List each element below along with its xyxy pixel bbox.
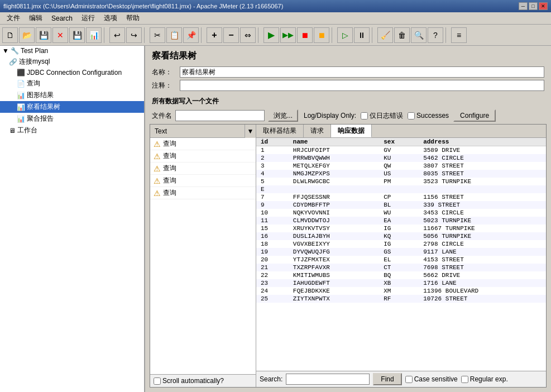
table-row[interactable]: 11CLMVDDWTOJEA5023 TURNPIKE [256,217,546,224]
tree-item-jdbc[interactable]: ⬛ JDBC Connection Configuration [0,68,144,78]
data-pane: 取样器结果 请求 响应数据 id name sex address [256,125,546,387]
list-item[interactable]: ⚠ 查询 [150,162,256,175]
tree-item-results[interactable]: 📊 察看结果树 [0,101,144,113]
toolbar-sep-2 [144,27,147,43]
warning-icon: ⚠ [154,176,161,185]
menu-file[interactable]: 文件 [2,12,25,24]
table-row[interactable]: 10NQKYVOVNNIWU3453 CIRCLE [256,209,546,217]
error-checkbox[interactable] [361,112,368,119]
menu-options[interactable]: 选项 [99,12,122,24]
list-item[interactable]: ⚠ 查询 [150,175,256,187]
report-button[interactable]: 📊 [86,27,102,43]
copy-button[interactable]: 📋 [166,27,182,43]
table-row[interactable]: 4NMGJMZPXPSUS8035 STREET [256,170,546,178]
run-all-button[interactable]: ▶▶ [280,27,296,43]
save-button[interactable]: 💾 [36,27,51,43]
clear-button[interactable]: 🧹 [377,27,393,43]
triangle-icon: ▼ [2,47,9,55]
table-row[interactable]: 22KMITIWMUBSBQ5662 DRIVE [256,271,546,279]
table-row[interactable]: 18VGVXBEIXYYIG2798 CIRCLE [256,240,546,248]
table-row[interactable]: 23IAHUGDEWFTXB1716 LANE [256,279,546,287]
case-sensitive-label[interactable]: Case sensitive [405,375,458,383]
new-button[interactable]: 🗋 [2,27,18,43]
browse-button[interactable]: 浏览... [268,109,298,122]
add-button[interactable]: + [207,27,222,43]
run-button[interactable]: ▶ [263,27,279,43]
search-input[interactable] [286,374,370,385]
successes-checkbox[interactable] [408,112,415,119]
table-row[interactable]: 2PRRWBVQWWHKU5462 CIRCLE [256,154,546,162]
menu-search[interactable]: Search [47,13,77,23]
table-row[interactable]: 21TXZRPFAVXRCT7698 STREET [256,264,546,271]
tree-item-chart[interactable]: 📊 图形结果 [0,89,144,101]
tree-item-testplan[interactable]: ▼ 🔧 Test Plan [0,46,144,56]
table-row[interactable]: 19DYVQWUQJFGGS9117 LANE [256,248,546,256]
tree-label-testplan: Test Plan [21,47,48,55]
table-row[interactable]: 3METQLXEFGYQW3807 STREET [256,162,546,170]
table-row[interactable]: 25ZIYTXNPWTXRF10726 STREET [256,295,546,303]
stop-button[interactable]: ⏹ [297,27,313,43]
comment-input[interactable] [180,80,544,91]
remove-button[interactable]: − [223,27,239,43]
table-row[interactable]: 20YTJZFMXTEXEL4153 STREET [256,256,546,264]
list-button[interactable]: ≡ [451,27,467,43]
tree-item-query[interactable]: 📄 查询 [0,78,144,89]
close-button[interactable]: ✕ [539,2,548,10]
list-dropdown-button[interactable]: ▼ [245,125,256,138]
expand-button[interactable]: ⇔ [240,27,256,43]
configure-button[interactable]: Configure [453,109,496,122]
successes-checkbox-label[interactable]: Successes [408,112,449,119]
list-item[interactable]: ⚠ 查询 [150,138,256,150]
file-input[interactable] [175,110,265,121]
data-content[interactable]: id name sex address 1HRJCUFOIPTGV3589 DR… [256,138,546,371]
redo-button[interactable]: ↪ [126,27,142,43]
stop2-button[interactable]: ⏹ [314,27,329,43]
menu-help[interactable]: 帮助 [122,12,144,24]
menu-run[interactable]: 运行 [77,12,99,24]
regex-checkbox[interactable] [461,376,468,383]
tab-row: 取样器结果 请求 响应数据 [256,125,546,138]
error-checkbox-label[interactable]: 仅日志错误 [361,111,403,121]
list-item[interactable]: ⚠ 查询 [150,187,256,199]
scroll-auto-checkbox[interactable] [154,377,161,385]
table-row[interactable]: 15XRUYKVTVSYIG11667 TURNPIKE [256,224,546,232]
table-row[interactable]: E [256,185,546,193]
table-row[interactable]: 5DLWLRWGCBCPM3523 TURNPIKE [256,178,546,185]
tree-label-results: 察看结果树 [27,102,60,112]
cut-button[interactable]: ✂ [150,27,165,43]
table-row[interactable]: 9CDYDMBFFTPBL339 STREET [256,201,546,209]
tree-label-workbench: 工作台 [17,126,37,135]
minimize-button[interactable]: ─ [519,2,528,10]
tree-item-aggregate[interactable]: 📊 聚合报告 [0,113,144,125]
stop-red-button[interactable]: ✕ [52,27,68,43]
paste-button[interactable]: 📌 [183,27,199,43]
tab-sampler-result[interactable]: 取样器结果 [256,125,304,137]
help-button[interactable]: ? [428,27,443,43]
name-input[interactable] [180,66,544,78]
case-sensitive-checkbox[interactable] [405,376,413,383]
right-panel: 察看结果树 名称： 注释： 所有数据写入一个文件 文件名 浏览... Log/D… [145,46,551,392]
section-all-data: 所有数据写入一个文件 [145,95,551,107]
search-button[interactable]: 🔍 [411,27,427,43]
tab-response-data[interactable]: 响应数据 [331,125,372,137]
menu-edit[interactable]: 编辑 [25,12,47,24]
find-button[interactable]: Find [373,373,401,385]
scroll-auto-label[interactable]: Scroll automatically? [154,377,224,385]
table-row[interactable]: 7FFJQSESSNRCP1156 STREET [256,193,546,201]
tab-request[interactable]: 请求 [304,125,331,137]
undo-button[interactable]: ↩ [109,27,125,43]
run2-button[interactable]: ▷ [337,27,353,43]
open-button[interactable]: 📂 [19,27,35,43]
list-content[interactable]: ⚠ 查询 ⚠ 查询 ⚠ 查询 ⚠ 查询 [150,138,256,374]
tree-item-workbench[interactable]: 🖥 工作台 [0,125,144,136]
tree-item-mysql[interactable]: 🔗 连接mysql [0,56,144,68]
regex-label[interactable]: Regular exp. [461,375,508,383]
table-row[interactable]: 1HRJCUFOIPTGV3589 DRIVE [256,146,546,155]
clear2-button[interactable]: 🗑 [394,27,410,43]
maximize-button[interactable]: □ [529,2,538,10]
table-row[interactable]: 24FQEJBDKXKEXM11396 BOULEVARD [256,287,546,295]
list-item[interactable]: ⚠ 查询 [150,150,256,162]
save2-button[interactable]: 💾 [69,27,85,43]
table-row[interactable]: 16DUSLIAJBYHKQ5056 TURNPIKE [256,232,546,240]
pause-button[interactable]: ⏸ [354,27,370,43]
